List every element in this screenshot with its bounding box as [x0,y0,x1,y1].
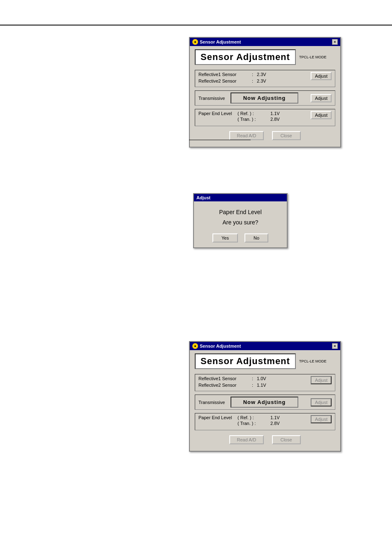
underline-note [189,140,251,140]
window3-paper-tran-label: ( Tran. ) : [238,421,270,426]
dialog-footer: Yes No [194,233,287,247]
window1-reflective2-row: Reflective2 Sensor : 2.3V [198,78,311,83]
window1-paper-ref-row: ( Ref. ) : 1.1V [238,111,280,116]
dialog-line2: Are you sure? [202,218,279,227]
window1-reflective1-label: Reflective1 Sensor [198,72,252,77]
window3-reflective2-value: 1.1V [257,383,273,388]
window3-reflective2-label: Reflective2 Sensor [198,383,252,388]
window3-titlebar: ● Sensor Adjustment × [190,342,340,350]
window3-reflective1-label: Reflective1 Sensor [198,376,252,381]
dialog-no-btn[interactable]: No [244,233,268,242]
window3-reflective-section: Reflective1 Sensor : 1.0V Reflective2 Se… [195,374,335,391]
window3-transmissive-section: Transmissive Now Adjusting Adjust [195,395,335,410]
window3-paper-ref-value: 1.1V [270,415,280,420]
sensor-window-3: ● Sensor Adjustment × Sensor Adjustment … [189,341,341,452]
window3-titlebar-left: ● Sensor Adjustment [192,343,241,349]
window3-reflective2-row: Reflective2 Sensor : 1.1V [198,383,311,388]
window1-sensor-title: Sensor Adjustment [195,49,296,65]
window1-footer: Read A/D Close [195,129,335,143]
window1-reflective2-label: Reflective2 Sensor [198,78,252,83]
window1-reflective2-colon: : [252,78,257,83]
window3-reflective1-value: 1.0V [257,376,273,381]
window3-reflective1-row: Reflective1 Sensor : 1.0V [198,376,311,381]
window1-paper-label: Paper End Level [198,111,238,116]
window1-paper-ref-label: ( Ref. ) : [238,111,270,116]
window1-transmissive-section: Transmissive Now Adjusting Adjust [195,90,335,106]
window1-paper-tran-value: 2.8V [270,117,280,122]
window1-paper-tran-row: ( Tran. ) : 2.8V [238,117,280,122]
window3-paper-label: Paper End Level [198,415,238,420]
window1-header: Sensor Adjustment TPCL-LE MODE [195,49,335,65]
window1-paper-section: Paper End Level ( Ref. ) : 1.1V ( Tran. … [195,109,335,126]
sensor-window-1: ● Sensor Adjustment × Sensor Adjustment … [189,37,341,148]
window1-body: Sensor Adjustment TPCL-LE MODE Reflectiv… [190,46,340,147]
window3-paper-tran-value: 2.8V [270,421,280,426]
window3-header: Sensor Adjustment TPCL-LE MODE [195,353,335,369]
window3-footer: Read A/D Close [195,434,335,447]
window3-paper-ref-row: ( Ref. ) : 1.1V [238,415,280,420]
window1-titlebar: ● Sensor Adjustment × [190,38,340,46]
window1-now-adjusting: Now Adjusting [231,92,298,104]
titlebar-left: ● Sensor Adjustment [192,39,241,45]
dialog-yes-btn[interactable]: Yes [212,233,238,242]
window1-adjust-btn-2[interactable]: Adjust [311,94,332,102]
dialog-titlebar: Adjust [194,194,287,201]
window3-title: Sensor Adjustment [200,344,241,349]
window3-icon: ● [192,343,198,349]
window3-sensor-title: Sensor Adjustment [195,353,296,369]
window1-paper-tran-label: ( Tran. ) : [238,117,270,122]
window3-mode-label: TPCL-LE MODE [299,359,327,363]
window1-close-button[interactable]: Close [272,131,301,140]
window1-reflective1-colon: : [252,72,257,77]
window3-paper-tran-row: ( Tran. ) : 2.8V [238,421,280,426]
window1-adjust-btn-1[interactable]: Adjust [311,72,332,80]
dialog-body: Paper End Level Are you sure? [194,201,287,233]
window3-close-btn[interactable]: × [332,343,338,349]
window3-body: Sensor Adjustment TPCL-LE MODE Reflectiv… [190,350,340,451]
window1-reflective-section: Reflective1 Sensor : 2.3V Reflective2 Se… [195,70,335,87]
window3-paper-ref-label: ( Ref. ) : [238,415,270,420]
window1-paper-ref-value: 1.1V [270,111,280,116]
window1-mode-label: TPCL-LE MODE [299,55,327,59]
window1-reflective1-row: Reflective1 Sensor : 2.3V [198,72,311,77]
window1-icon: ● [192,39,198,45]
window3-adjust-btn-2[interactable]: Adjust [311,398,332,406]
adjust-dialog: Adjust Paper End Level Are you sure? Yes… [193,193,288,248]
window3-paper-section: Paper End Level ( Ref. ) : 1.1V ( Tran. … [195,413,335,430]
window1-title: Sensor Adjustment [200,39,241,44]
window1-reflective1-value: 2.3V [257,72,273,77]
window1-close-btn[interactable]: × [332,39,338,45]
window3-trans-label: Transmissive [198,400,231,405]
window3-read-ad-btn[interactable]: Read A/D [229,435,263,444]
window1-read-ad-btn[interactable]: Read A/D [229,131,263,140]
window3-reflective2-colon: : [252,383,257,388]
window1-reflective2-value: 2.3V [257,78,273,83]
window3-adjust-btn-3[interactable]: Adjust [311,415,332,423]
window1-adjust-btn-3[interactable]: Adjust [311,111,332,119]
window3-close-button[interactable]: Close [272,435,301,444]
window3-now-adjusting: Now Adjusting [231,397,298,408]
window3-adjust-btn-1[interactable]: Adjust [311,376,332,384]
window3-reflective1-colon: : [252,376,257,381]
top-rule [0,25,392,25]
window1-trans-label: Transmissive [198,96,231,101]
dialog-line1: Paper End Level [202,208,279,217]
